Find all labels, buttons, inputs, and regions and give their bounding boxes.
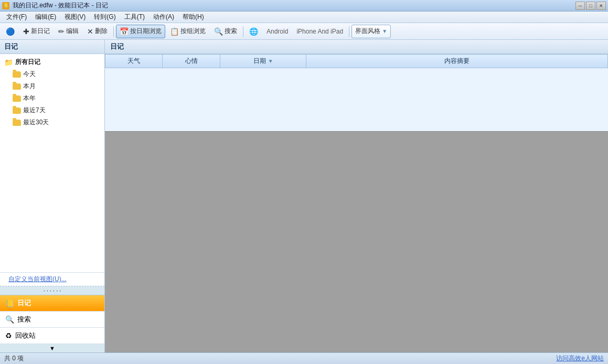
this-year-label: 本年 (23, 94, 36, 103)
sidebar-item-this-year[interactable]: 本年 (0, 92, 104, 104)
all-diaries-label: 所有日记 (15, 58, 40, 67)
recycle-tab-label: 回收站 (15, 331, 36, 340)
new-diary-label: 新日记 (31, 27, 50, 36)
toolbar-separator-1 (113, 26, 114, 37)
edit-icon: ✏ (58, 27, 65, 36)
sidebar-tab-search[interactable]: 🔍 搜索 (0, 312, 104, 328)
toolbar-separator-3 (349, 26, 349, 37)
menu-goto[interactable]: 转到(G) (90, 12, 120, 23)
preview-area (105, 131, 608, 353)
date-col-label: 日期 (253, 57, 266, 66)
content-header: 日记 (105, 40, 608, 54)
toolbar-by-group[interactable]: 📋 按组浏览 (166, 25, 209, 38)
sidebar-scroll-up-btn[interactable]: · · · · · · (0, 286, 104, 295)
delete-label: 删除 (95, 27, 108, 36)
menu-action[interactable]: 动作(A) (149, 12, 178, 23)
new-diary-icon: 🔵 (6, 27, 15, 36)
window-title: 我的日记.edfw - 效能日记本 - 日记 (13, 1, 108, 10)
toolbar-new-diary[interactable]: ✚ 新日记 (19, 25, 54, 38)
diary-table-area: 天气 心情 日期 ▼ 内容摘要 (105, 54, 608, 131)
date-sort-arrow-icon: ▼ (268, 58, 273, 64)
sidebar-item-all-diaries[interactable]: 📁 所有日记 (0, 56, 104, 68)
by-date-label: 按日期浏览 (130, 27, 162, 36)
menu-tools[interactable]: 工具(T) (120, 12, 149, 23)
toolbar-delete[interactable]: ✕ 删除 (83, 25, 111, 38)
toolbar: 🔵 ✚ 新日记 ✏ 编辑 ✕ 删除 📅 按日期浏览 📋 按组浏览 🔍 搜索 🌐 … (0, 23, 608, 40)
sidebar: 日记 📁 所有日记 今天 本月 本年 (0, 40, 105, 352)
site-link[interactable]: 访问高效e人网站 (556, 354, 604, 363)
all-diaries-icon: 📁 (4, 58, 13, 67)
toolbar-iphone[interactable]: iPhone And iPad (293, 25, 347, 38)
sidebar-item-today[interactable]: 今天 (0, 68, 104, 80)
app-icon: 📒 (2, 2, 9, 9)
menu-bar: 文件(F) 编辑(E) 视图(V) 转到(G) 工具(T) 动作(A) 帮助(H… (0, 12, 608, 23)
customize-link-area: 自定义当前视图(U)... (0, 272, 104, 286)
toolbar-ui-style[interactable]: 界面风格 ▼ (351, 25, 391, 38)
ui-style-label: 界面风格 (355, 27, 380, 36)
this-month-label: 本月 (23, 82, 36, 91)
diary-tab-icon: 📒 (5, 299, 14, 307)
sidebar-tab-recycle[interactable]: ♻ 回收站 (0, 328, 104, 344)
menu-edit[interactable]: 编辑(E) (31, 12, 60, 23)
last30-folder-icon (13, 120, 21, 126)
col-content[interactable]: 内容摘要 (306, 55, 608, 68)
main-area: 日记 📁 所有日记 今天 本月 本年 (0, 40, 608, 352)
menu-file[interactable]: 文件(F) (2, 12, 31, 23)
col-weather[interactable]: 天气 (105, 55, 163, 68)
today-folder-icon (13, 71, 21, 78)
sidebar-tab-diary[interactable]: 📒 日记 (0, 295, 104, 312)
toolbar-new-icon[interactable]: 🔵 (2, 25, 18, 38)
item-count: 共 0 项 (4, 354, 24, 363)
globe-icon: 🌐 (249, 27, 258, 36)
col-date[interactable]: 日期 ▼ (220, 55, 306, 68)
last7-label: 最近7天 (23, 106, 46, 115)
col-mood[interactable]: 心情 (163, 55, 220, 68)
sidebar-bottom-tabs: · · · · · · 📒 日记 🔍 搜索 ♻ 回收站 ▼ (0, 286, 104, 352)
last30-label: 最近30天 (23, 118, 49, 127)
table-header-row: 天气 心情 日期 ▼ 内容摘要 (105, 55, 608, 68)
android-label: Android (266, 28, 288, 35)
sidebar-item-this-month[interactable]: 本月 (0, 80, 104, 92)
menu-help[interactable]: 帮助(H) (178, 12, 208, 23)
by-group-label: 按组浏览 (180, 27, 206, 36)
toolbar-edit[interactable]: ✏ 编辑 (55, 25, 82, 38)
this-month-folder-icon (13, 83, 21, 90)
toolbar-globe[interactable]: 🌐 (246, 25, 262, 38)
search-tab-icon: 🔍 (5, 315, 14, 324)
customize-link[interactable]: 自定义当前视图(U)... (4, 273, 71, 285)
close-button[interactable]: ✕ (596, 2, 606, 10)
edit-label: 编辑 (66, 27, 79, 36)
empty-content (105, 68, 608, 131)
sidebar-scroll-down-btn[interactable]: ▼ (0, 344, 104, 352)
diary-tab-label: 日记 (17, 298, 31, 308)
diary-table: 天气 心情 日期 ▼ 内容摘要 (105, 54, 608, 131)
delete-icon: ✕ (87, 27, 93, 36)
by-group-icon: 📋 (170, 27, 179, 36)
new-diary-plus-icon: ✚ (23, 27, 29, 36)
last7-folder-icon (13, 108, 21, 114)
this-year-folder-icon (13, 95, 21, 102)
search-label: 搜索 (225, 27, 237, 36)
by-date-icon: 📅 (120, 27, 129, 36)
title-bar: 📒 我的日记.edfw - 效能日记本 - 日记 ─ □ ✕ (0, 0, 608, 12)
recycle-tab-icon: ♻ (5, 331, 12, 340)
toolbar-separator-2 (243, 26, 243, 37)
iphone-label: iPhone And iPad (296, 28, 343, 35)
table-empty-body (105, 68, 608, 131)
window-controls: ─ □ ✕ (575, 2, 606, 10)
toolbar-by-date[interactable]: 📅 按日期浏览 (116, 25, 165, 38)
search-icon: 🔍 (214, 27, 223, 36)
search-tab-label: 搜索 (17, 315, 31, 324)
toolbar-search[interactable]: 🔍 搜索 (210, 25, 241, 38)
sidebar-item-last-7[interactable]: 最近7天 (0, 104, 104, 116)
today-label: 今天 (23, 70, 36, 79)
chevron-down-icon: ▼ (382, 28, 387, 34)
sidebar-item-last-30[interactable]: 最近30天 (0, 116, 104, 129)
restore-button[interactable]: □ (586, 2, 595, 10)
minimize-button[interactable]: ─ (575, 2, 585, 10)
toolbar-android[interactable]: Android (263, 25, 292, 38)
sidebar-header: 日记 (0, 40, 104, 54)
menu-view[interactable]: 视图(V) (60, 12, 90, 23)
title-bar-left: 📒 我的日记.edfw - 效能日记本 - 日记 (2, 1, 108, 10)
sidebar-tree: 📁 所有日记 今天 本月 本年 最近7天 (0, 54, 104, 272)
